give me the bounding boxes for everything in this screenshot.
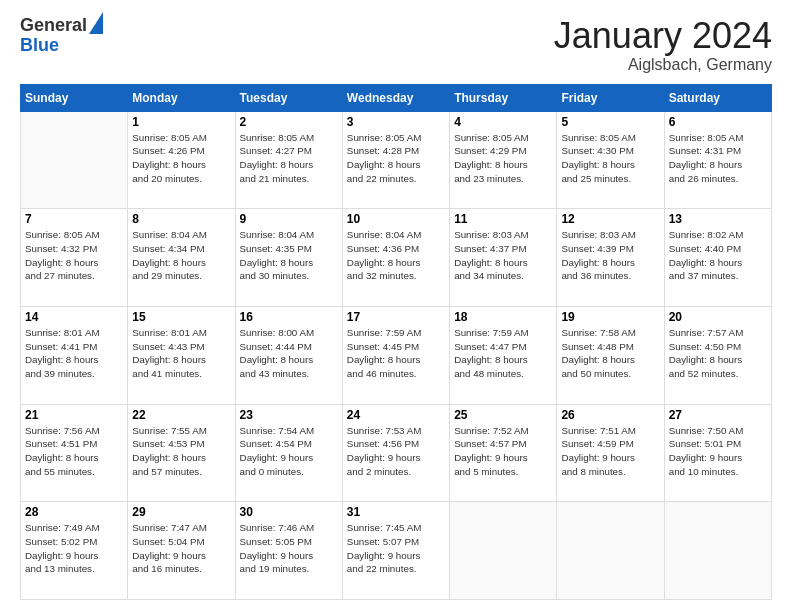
day-info: Sunrise: 7:59 AMSunset: 4:45 PMDaylight:… bbox=[347, 326, 445, 381]
day-info: Sunrise: 7:47 AMSunset: 5:04 PMDaylight:… bbox=[132, 521, 230, 576]
day-number: 7 bbox=[25, 212, 123, 226]
calendar-cell: 18Sunrise: 7:59 AMSunset: 4:47 PMDayligh… bbox=[450, 306, 557, 404]
day-info: Sunrise: 8:04 AMSunset: 4:35 PMDaylight:… bbox=[240, 228, 338, 283]
day-number: 29 bbox=[132, 505, 230, 519]
calendar-cell: 4Sunrise: 8:05 AMSunset: 4:29 PMDaylight… bbox=[450, 111, 557, 209]
calendar-cell: 5Sunrise: 8:05 AMSunset: 4:30 PMDaylight… bbox=[557, 111, 664, 209]
day-number: 10 bbox=[347, 212, 445, 226]
day-info: Sunrise: 8:05 AMSunset: 4:28 PMDaylight:… bbox=[347, 131, 445, 186]
calendar-cell: 11Sunrise: 8:03 AMSunset: 4:37 PMDayligh… bbox=[450, 209, 557, 307]
calendar-cell: 9Sunrise: 8:04 AMSunset: 4:35 PMDaylight… bbox=[235, 209, 342, 307]
calendar-cell: 13Sunrise: 8:02 AMSunset: 4:40 PMDayligh… bbox=[664, 209, 771, 307]
calendar-cell: 14Sunrise: 8:01 AMSunset: 4:41 PMDayligh… bbox=[21, 306, 128, 404]
day-number: 17 bbox=[347, 310, 445, 324]
calendar-cell: 19Sunrise: 7:58 AMSunset: 4:48 PMDayligh… bbox=[557, 306, 664, 404]
day-info: Sunrise: 8:05 AMSunset: 4:30 PMDaylight:… bbox=[561, 131, 659, 186]
calendar-cell: 22Sunrise: 7:55 AMSunset: 4:53 PMDayligh… bbox=[128, 404, 235, 502]
day-number: 8 bbox=[132, 212, 230, 226]
day-number: 1 bbox=[132, 115, 230, 129]
col-friday: Friday bbox=[557, 84, 664, 111]
day-info: Sunrise: 7:54 AMSunset: 4:54 PMDaylight:… bbox=[240, 424, 338, 479]
day-number: 21 bbox=[25, 408, 123, 422]
calendar-cell bbox=[21, 111, 128, 209]
day-number: 4 bbox=[454, 115, 552, 129]
day-number: 24 bbox=[347, 408, 445, 422]
day-info: Sunrise: 7:52 AMSunset: 4:57 PMDaylight:… bbox=[454, 424, 552, 479]
day-info: Sunrise: 8:05 AMSunset: 4:32 PMDaylight:… bbox=[25, 228, 123, 283]
calendar-cell: 24Sunrise: 7:53 AMSunset: 4:56 PMDayligh… bbox=[342, 404, 449, 502]
day-number: 2 bbox=[240, 115, 338, 129]
col-sunday: Sunday bbox=[21, 84, 128, 111]
day-info: Sunrise: 8:03 AMSunset: 4:39 PMDaylight:… bbox=[561, 228, 659, 283]
calendar-cell: 29Sunrise: 7:47 AMSunset: 5:04 PMDayligh… bbox=[128, 502, 235, 600]
day-info: Sunrise: 7:57 AMSunset: 4:50 PMDaylight:… bbox=[669, 326, 767, 381]
col-wednesday: Wednesday bbox=[342, 84, 449, 111]
calendar-location: Aiglsbach, Germany bbox=[554, 56, 772, 74]
page: General Blue January 2024 Aiglsbach, Ger… bbox=[0, 0, 792, 612]
day-info: Sunrise: 8:00 AMSunset: 4:44 PMDaylight:… bbox=[240, 326, 338, 381]
logo-text: General Blue bbox=[20, 16, 87, 56]
day-info: Sunrise: 8:05 AMSunset: 4:27 PMDaylight:… bbox=[240, 131, 338, 186]
day-info: Sunrise: 7:49 AMSunset: 5:02 PMDaylight:… bbox=[25, 521, 123, 576]
day-number: 26 bbox=[561, 408, 659, 422]
calendar-week-4: 21Sunrise: 7:56 AMSunset: 4:51 PMDayligh… bbox=[21, 404, 772, 502]
calendar-cell: 30Sunrise: 7:46 AMSunset: 5:05 PMDayligh… bbox=[235, 502, 342, 600]
day-info: Sunrise: 8:02 AMSunset: 4:40 PMDaylight:… bbox=[669, 228, 767, 283]
day-number: 28 bbox=[25, 505, 123, 519]
day-number: 25 bbox=[454, 408, 552, 422]
calendar-cell: 8Sunrise: 8:04 AMSunset: 4:34 PMDaylight… bbox=[128, 209, 235, 307]
day-number: 9 bbox=[240, 212, 338, 226]
calendar-cell: 10Sunrise: 8:04 AMSunset: 4:36 PMDayligh… bbox=[342, 209, 449, 307]
day-info: Sunrise: 8:04 AMSunset: 4:34 PMDaylight:… bbox=[132, 228, 230, 283]
day-number: 16 bbox=[240, 310, 338, 324]
day-info: Sunrise: 7:56 AMSunset: 4:51 PMDaylight:… bbox=[25, 424, 123, 479]
day-number: 23 bbox=[240, 408, 338, 422]
day-info: Sunrise: 7:53 AMSunset: 4:56 PMDaylight:… bbox=[347, 424, 445, 479]
calendar-cell: 26Sunrise: 7:51 AMSunset: 4:59 PMDayligh… bbox=[557, 404, 664, 502]
day-number: 14 bbox=[25, 310, 123, 324]
day-number: 15 bbox=[132, 310, 230, 324]
day-info: Sunrise: 8:01 AMSunset: 4:41 PMDaylight:… bbox=[25, 326, 123, 381]
day-number: 30 bbox=[240, 505, 338, 519]
day-info: Sunrise: 8:05 AMSunset: 4:26 PMDaylight:… bbox=[132, 131, 230, 186]
day-number: 18 bbox=[454, 310, 552, 324]
day-info: Sunrise: 7:58 AMSunset: 4:48 PMDaylight:… bbox=[561, 326, 659, 381]
calendar-cell: 3Sunrise: 8:05 AMSunset: 4:28 PMDaylight… bbox=[342, 111, 449, 209]
calendar-week-5: 28Sunrise: 7:49 AMSunset: 5:02 PMDayligh… bbox=[21, 502, 772, 600]
calendar-cell bbox=[664, 502, 771, 600]
logo-general: General bbox=[20, 16, 87, 36]
day-number: 6 bbox=[669, 115, 767, 129]
calendar-week-2: 7Sunrise: 8:05 AMSunset: 4:32 PMDaylight… bbox=[21, 209, 772, 307]
day-number: 20 bbox=[669, 310, 767, 324]
day-info: Sunrise: 8:01 AMSunset: 4:43 PMDaylight:… bbox=[132, 326, 230, 381]
calendar-cell bbox=[450, 502, 557, 600]
col-tuesday: Tuesday bbox=[235, 84, 342, 111]
calendar-cell: 12Sunrise: 8:03 AMSunset: 4:39 PMDayligh… bbox=[557, 209, 664, 307]
calendar-cell: 25Sunrise: 7:52 AMSunset: 4:57 PMDayligh… bbox=[450, 404, 557, 502]
day-info: Sunrise: 7:46 AMSunset: 5:05 PMDaylight:… bbox=[240, 521, 338, 576]
calendar-cell: 20Sunrise: 7:57 AMSunset: 4:50 PMDayligh… bbox=[664, 306, 771, 404]
logo: General Blue bbox=[20, 16, 103, 56]
day-number: 13 bbox=[669, 212, 767, 226]
day-number: 11 bbox=[454, 212, 552, 226]
calendar-cell: 17Sunrise: 7:59 AMSunset: 4:45 PMDayligh… bbox=[342, 306, 449, 404]
day-info: Sunrise: 7:59 AMSunset: 4:47 PMDaylight:… bbox=[454, 326, 552, 381]
calendar-header-row: Sunday Monday Tuesday Wednesday Thursday… bbox=[21, 84, 772, 111]
calendar-cell: 15Sunrise: 8:01 AMSunset: 4:43 PMDayligh… bbox=[128, 306, 235, 404]
day-info: Sunrise: 7:45 AMSunset: 5:07 PMDaylight:… bbox=[347, 521, 445, 576]
calendar-cell: 27Sunrise: 7:50 AMSunset: 5:01 PMDayligh… bbox=[664, 404, 771, 502]
day-number: 27 bbox=[669, 408, 767, 422]
calendar-cell: 31Sunrise: 7:45 AMSunset: 5:07 PMDayligh… bbox=[342, 502, 449, 600]
day-info: Sunrise: 7:50 AMSunset: 5:01 PMDaylight:… bbox=[669, 424, 767, 479]
calendar-cell: 1Sunrise: 8:05 AMSunset: 4:26 PMDaylight… bbox=[128, 111, 235, 209]
logo-blue: Blue bbox=[20, 36, 87, 56]
day-info: Sunrise: 7:55 AMSunset: 4:53 PMDaylight:… bbox=[132, 424, 230, 479]
day-number: 5 bbox=[561, 115, 659, 129]
day-info: Sunrise: 8:05 AMSunset: 4:29 PMDaylight:… bbox=[454, 131, 552, 186]
calendar-cell: 7Sunrise: 8:05 AMSunset: 4:32 PMDaylight… bbox=[21, 209, 128, 307]
calendar-week-3: 14Sunrise: 8:01 AMSunset: 4:41 PMDayligh… bbox=[21, 306, 772, 404]
day-info: Sunrise: 8:05 AMSunset: 4:31 PMDaylight:… bbox=[669, 131, 767, 186]
day-number: 22 bbox=[132, 408, 230, 422]
calendar-title: January 2024 bbox=[554, 16, 772, 56]
calendar-cell bbox=[557, 502, 664, 600]
